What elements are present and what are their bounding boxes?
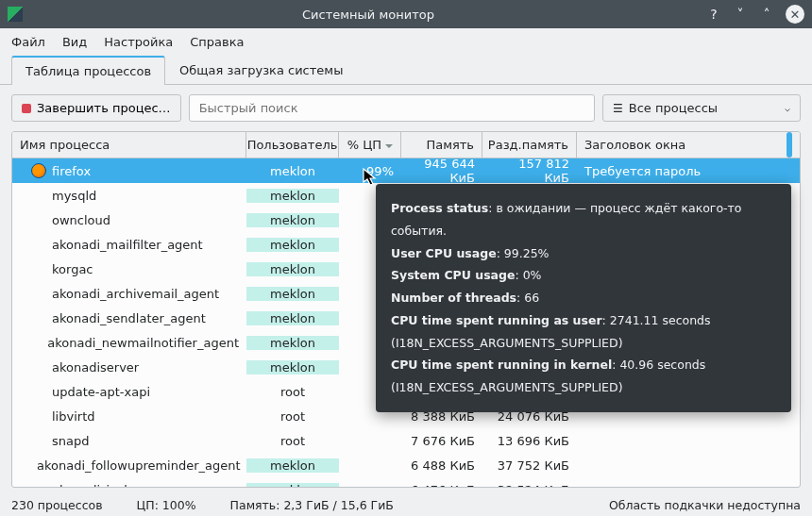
window-controls: ? ˅ ˄ ✕ [706, 5, 804, 24]
tab-processes[interactable]: Таблица процессов [11, 56, 165, 85]
cell-shared: 37 752 КиБ [482, 458, 577, 473]
table-row[interactable]: snapdroot7 676 КиБ13 696 КиБ [12, 428, 800, 453]
table-row[interactable]: akonadi_ical_resourcemeklon6 476 КиБ38 5… [12, 477, 800, 488]
cell-user: meklon [246, 311, 339, 325]
toolbar: Завершить процес… ☰ Все процессы ⌵ [0, 85, 812, 131]
cell-name: akonadi_ical_resource [12, 482, 246, 488]
cell-user: meklon [246, 189, 339, 203]
cell-user: meklon [246, 213, 339, 227]
cell-name: akonadi_followupreminder_agent [12, 458, 246, 473]
gear-icon [31, 335, 42, 350]
table-row[interactable]: akonadi_followupreminder_agentmeklon6 48… [12, 453, 800, 477]
end-process-button[interactable]: Завершить процес… [11, 94, 181, 122]
gear-icon [31, 212, 46, 227]
cell-user: meklon [246, 238, 339, 252]
cell-shared: 13 696 КиБ [482, 434, 577, 448]
cell-user: root [246, 385, 339, 399]
cell-name: akonadi_archivemail_agent [12, 286, 246, 301]
cell-name: mysqld [12, 188, 246, 203]
window-title: Системный монитор [30, 8, 706, 22]
col-cpu[interactable]: % ЦП [339, 132, 401, 158]
gear-icon [31, 433, 46, 448]
col-name[interactable]: Имя процесса [12, 132, 246, 158]
gear-icon [31, 310, 46, 325]
gear-icon [31, 188, 46, 203]
cell-memory: 945 644 КиБ [401, 157, 482, 185]
cell-user: meklon [246, 483, 339, 489]
firefox-icon [31, 163, 46, 178]
scroll-indicator[interactable] [787, 132, 792, 158]
cell-memory: 6 476 КиБ [401, 483, 482, 489]
cell-user: meklon [246, 164, 339, 178]
gear-icon [31, 237, 46, 252]
cell-name: owncloud [12, 212, 246, 227]
status-swap: Область подкачки недоступна [609, 498, 801, 512]
cell-name: akonadi_sendlater_agent [12, 310, 246, 325]
tab-system-load[interactable]: Общая загрузка системы [165, 56, 357, 85]
search-input[interactable] [189, 94, 595, 122]
titlebar[interactable]: Системный монитор ? ˅ ˄ ✕ [0, 0, 812, 28]
gear-icon [31, 384, 46, 399]
filter-dropdown[interactable]: ☰ Все процессы ⌵ [602, 94, 801, 122]
cell-user: meklon [246, 458, 339, 473]
help-icon[interactable]: ? [706, 7, 721, 22]
cell-user: meklon [246, 287, 339, 301]
statusbar: 230 процессов ЦП: 100% Память: 2,3 ГиБ /… [0, 493, 812, 516]
gear-icon [31, 286, 46, 301]
table-header: Имя процесса Пользователь % ЦП Память Ра… [12, 132, 800, 158]
cell-name: libvirtd [12, 408, 246, 424]
process-tooltip: Process status: в ожидании — процесс ждё… [376, 184, 791, 412]
stop-icon [22, 104, 31, 113]
cell-name: snapd [12, 433, 246, 448]
status-memory: Память: 2,3 ГиБ / 15,6 ГиБ [230, 498, 394, 512]
app-icon [8, 7, 23, 22]
list-icon: ☰ [613, 102, 623, 115]
cell-user: meklon [246, 360, 339, 375]
col-user[interactable]: Пользователь [246, 132, 339, 158]
col-shared-memory[interactable]: Разд.память [482, 132, 577, 158]
menu-help[interactable]: Справка [190, 35, 244, 49]
cell-user: root [246, 409, 339, 424]
cell-shared: 38 524 КиБ [482, 483, 577, 489]
tabbar: Таблица процессов Общая загрузка системы [0, 55, 812, 85]
cell-name: akonadiserver [12, 359, 246, 375]
filter-label: Все процессы [629, 101, 718, 115]
gear-icon [31, 261, 46, 276]
cell-name: update-apt-xapi [12, 384, 246, 399]
minimize-icon[interactable]: ˅ [733, 7, 748, 22]
gear-icon [31, 408, 46, 424]
status-processes: 230 процессов [11, 498, 103, 512]
cell-memory: 6 488 КиБ [401, 458, 482, 473]
cell-user: root [246, 434, 339, 448]
cell-name: korgac [12, 261, 246, 276]
table-row[interactable]: firefoxmeklon99%945 644 КиБ157 812 КиБТр… [12, 158, 800, 183]
cell-window-title: Требуется пароль [577, 164, 800, 178]
status-cpu: ЦП: 100% [137, 498, 196, 512]
cell-user: meklon [246, 262, 339, 276]
col-memory[interactable]: Память [401, 132, 482, 158]
cell-shared: 157 812 КиБ [482, 157, 577, 185]
col-window-title[interactable]: Заголовок окна [577, 132, 800, 158]
maximize-icon[interactable]: ˄ [759, 7, 774, 22]
menu-settings[interactable]: Настройка [104, 35, 173, 49]
cell-memory: 7 676 КиБ [401, 434, 482, 448]
cell-name: firefox [12, 163, 246, 178]
menubar: Файл Вид Настройка Справка [0, 28, 812, 55]
gear-icon [31, 359, 46, 375]
gear-icon [31, 482, 46, 488]
close-icon[interactable]: ✕ [786, 5, 804, 24]
cell-cpu: 99% [339, 164, 401, 178]
menu-view[interactable]: Вид [62, 35, 87, 49]
cell-user: meklon [246, 336, 339, 350]
menu-file[interactable]: Файл [11, 35, 45, 49]
chevron-down-icon: ⌵ [785, 103, 790, 113]
cell-name: akonadi_mailfilter_agent [12, 237, 246, 252]
end-process-label: Завершить процес… [37, 101, 171, 115]
cell-name: akonadi_newmailnotifier_agent [12, 335, 246, 350]
